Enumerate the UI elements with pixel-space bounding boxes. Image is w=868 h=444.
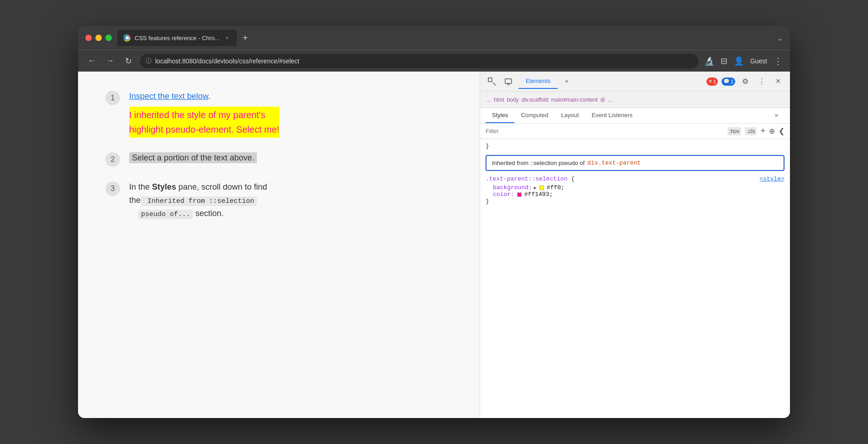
background-prop-value: #ff0;: [547, 184, 565, 191]
traffic-lights: [85, 35, 112, 41]
css-selector: .text-parent::selection { <style>: [486, 176, 784, 182]
filter-input[interactable]: [486, 128, 724, 134]
close-devtools-button[interactable]: ×: [772, 75, 784, 88]
back-button[interactable]: ←: [85, 55, 98, 67]
step-number-2: 2: [105, 152, 120, 167]
step-list: 1 Inspect the text below. I inherited th…: [105, 85, 452, 220]
layout-tab[interactable]: Layout: [554, 108, 585, 123]
inherited-from-box: Inherited from ::selection pseudo of div…: [486, 155, 784, 171]
background-color-swatch[interactable]: [539, 186, 544, 190]
address-text: localhost:8080/docs/devtools/css/referen…: [155, 57, 299, 65]
computed-tab[interactable]: Computed: [514, 108, 554, 123]
error-badge: ✕1: [706, 77, 718, 86]
code-inline-2: pseudo of...: [138, 210, 193, 219]
inspect-link[interactable]: Inspect the text below: [129, 92, 208, 101]
step-3: 3 In the Styles pane, scroll down to fin…: [105, 181, 452, 220]
closing-brace: }: [486, 143, 784, 150]
tab-bar: CSS features reference - Chro... × +: [117, 30, 771, 46]
lock-icon: ⓘ: [146, 57, 152, 65]
color-prop: color: #ff1493;: [486, 191, 784, 198]
copy-styles-button[interactable]: ⊕: [769, 127, 775, 135]
expand-icon[interactable]: ▶: [534, 185, 537, 191]
breadcrumb-more[interactable]: …: [607, 97, 613, 103]
styles-tabs: Styles Computed Layout Event Listeners »: [480, 108, 790, 124]
step-1: 1 Inspect the text below. I inherited th…: [105, 90, 452, 138]
active-tab[interactable]: CSS features reference - Chro... ×: [117, 30, 237, 46]
breadcrumb-dots[interactable]: …: [486, 97, 491, 103]
more-styles-tabs[interactable]: »: [769, 108, 784, 123]
main-content: 1 Inspect the text below. I inherited th…: [78, 72, 790, 418]
step-1-content: Inspect the text below. I inherited the …: [129, 90, 279, 138]
background-prop-name[interactable]: background:: [493, 184, 532, 191]
inherited-element[interactable]: div.text-parent: [587, 160, 641, 166]
forward-button[interactable]: →: [104, 55, 116, 67]
step-number-1: 1: [105, 91, 120, 105]
chrome-icon: [124, 34, 131, 41]
address-bar: ← → ↻ ⓘ localhost:8080/docs/devtools/css…: [78, 50, 790, 72]
step-3-content: In the Styles pane, scroll down to find …: [129, 181, 267, 220]
tab-title: CSS features reference - Chro...: [135, 35, 220, 41]
css-rule: .text-parent::selection { <style> backgr…: [486, 176, 784, 205]
breadcrumb-body[interactable]: body: [507, 97, 519, 103]
browser-window: CSS features reference - Chro... × + ⌄ ←…: [78, 26, 790, 418]
svg-point-1: [126, 36, 129, 40]
highlight-text: I inherited the style of my parent's hig…: [129, 107, 279, 138]
breadcrumb-di[interactable]: di: [601, 97, 605, 103]
experiments-icon[interactable]: 🔬: [704, 56, 714, 66]
guest-label: Guest: [750, 57, 767, 65]
devtools-toolbar: Elements » ✕1 💬1 ⚙ ⋮: [480, 72, 790, 92]
event-listeners-tab[interactable]: Event Listeners: [585, 108, 639, 123]
filter-actions: :hov .cls + ⊕ ❮: [727, 126, 784, 136]
step-2-content: Select a portion of the text above.: [129, 151, 257, 165]
cls-button[interactable]: .cls: [745, 127, 757, 135]
styles-content: } Inherited from ::selection pseudo of d…: [480, 139, 790, 418]
split-screen-icon[interactable]: ⊟: [721, 56, 727, 66]
minimize-traffic-light[interactable]: [95, 35, 102, 41]
title-bar: CSS features reference - Chro... × + ⌄: [78, 26, 790, 50]
period: .: [208, 92, 210, 101]
elements-tab[interactable]: Elements: [518, 74, 558, 89]
svg-rect-3: [505, 79, 512, 83]
breadcrumb-div-scaffold[interactable]: div.scaffold: [522, 97, 549, 103]
svg-rect-2: [488, 78, 492, 82]
step-2: 2 Select a portion of the text above.: [105, 151, 452, 167]
color-prop-name[interactable]: color:: [493, 191, 514, 198]
source-link[interactable]: <style>: [759, 176, 784, 182]
breadcrumb-main[interactable]: main#main-content: [551, 97, 598, 103]
new-tab-button[interactable]: +: [239, 31, 251, 44]
breadcrumb-html[interactable]: html: [494, 97, 504, 103]
color-swatch[interactable]: [517, 192, 522, 197]
chat-badge: 💬1: [722, 77, 735, 86]
sidebar-button[interactable]: ❮: [779, 127, 784, 135]
dom-breadcrumb: … html body div.scaffold main#main-conte…: [480, 92, 790, 108]
tab-close-button[interactable]: ×: [223, 34, 230, 41]
refresh-button[interactable]: ↻: [122, 55, 135, 67]
step-number-3: 3: [105, 181, 120, 196]
profile-icon[interactable]: 👤: [734, 56, 744, 66]
toolbar-icons: 🔬 ⊟ 👤 Guest ⋮: [704, 56, 783, 67]
selector-name[interactable]: .text-parent::selection: [486, 176, 567, 182]
step-2-text: Select a portion of the text above.: [129, 152, 257, 163]
devtools-main-tabs: Elements »: [518, 74, 703, 89]
address-input[interactable]: ⓘ localhost:8080/docs/devtools/css/refer…: [140, 54, 699, 68]
background-prop: background: ▶ #ff0;: [486, 184, 784, 191]
hov-button[interactable]: :hov: [727, 127, 742, 135]
page-content: 1 Inspect the text below. I inherited th…: [78, 72, 480, 418]
more-options-button[interactable]: ⋮: [755, 75, 768, 88]
color-prop-value: #ff1493;: [524, 191, 553, 198]
devtools-panel: Elements » ✕1 💬1 ⚙ ⋮: [480, 72, 790, 418]
close-traffic-light[interactable]: [85, 35, 92, 41]
tab-overflow-button[interactable]: ⌄: [777, 34, 783, 42]
more-tabs-button[interactable]: »: [558, 74, 575, 89]
inspect-element-button[interactable]: [486, 75, 498, 88]
device-mode-button[interactable]: [502, 75, 515, 88]
code-inline-1: Inherited from ::selection: [141, 196, 257, 206]
svg-rect-4: [507, 84, 509, 85]
maximize-traffic-light[interactable]: [105, 35, 112, 41]
add-style-button[interactable]: +: [760, 126, 765, 136]
menu-button[interactable]: ⋮: [774, 56, 783, 67]
css-closing-brace: }: [486, 198, 784, 205]
styles-tab[interactable]: Styles: [486, 108, 514, 123]
settings-button[interactable]: ⚙: [739, 75, 752, 88]
inherited-label: Inherited from ::selection pseudo of: [492, 160, 585, 166]
